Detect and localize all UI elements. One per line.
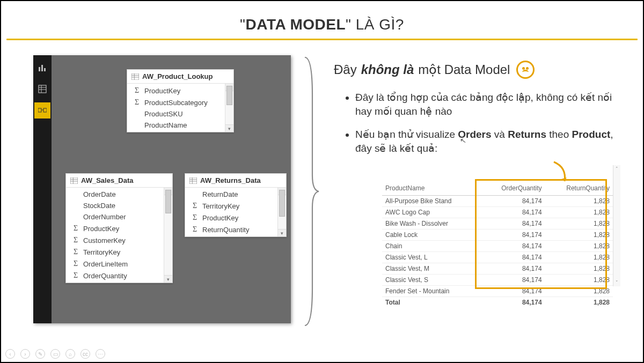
svg-rect-1 xyxy=(41,65,43,71)
table-row: Classic Vest, M84,1741,828 xyxy=(382,263,613,274)
field-row[interactable]: ΣOrderQuantity xyxy=(66,270,164,281)
sad-face-icon xyxy=(516,61,535,79)
svg-rect-0 xyxy=(39,67,40,71)
table-row: Fender Set - Mountain84,1741,828 xyxy=(382,285,613,297)
table-card-product[interactable]: AW_Product_Lookup ΣProductKeyΣProductSub… xyxy=(127,69,234,132)
col-orderqty: OrderQuantity xyxy=(481,181,545,196)
caption-icon[interactable]: cc xyxy=(80,349,90,359)
table-total-row: Total84,1741,828 xyxy=(382,297,613,308)
table-row: All-Purpose Bike Stand84,1741,828 xyxy=(382,195,613,206)
table-name: AW_Sales_Data xyxy=(81,176,134,184)
table-card-returns[interactable]: AW_Returns_Data ReturnDateΣTerritoryKeyΣ… xyxy=(185,173,287,237)
view-switcher xyxy=(33,55,52,323)
svg-rect-3 xyxy=(39,85,46,93)
field-row[interactable]: ΣProductKey xyxy=(185,212,277,224)
headline: Đây không là một Data Model xyxy=(334,61,616,79)
col-productname: ProductName xyxy=(382,181,481,196)
field-row[interactable]: ΣProductSubcategory xyxy=(127,97,225,108)
field-row[interactable]: ΣProductKey xyxy=(127,85,225,97)
field-row[interactable]: ΣReturnQuantity xyxy=(185,224,277,235)
curly-brace xyxy=(302,55,318,323)
field-row[interactable]: ProductName xyxy=(127,120,225,131)
svg-rect-8 xyxy=(43,108,47,112)
table-row: Bike Wash - Dissolver84,1741,828 xyxy=(382,218,613,229)
svg-rect-2 xyxy=(44,68,46,71)
field-row[interactable]: ReturnDate xyxy=(185,189,277,200)
table-row: Classic Vest, L84,1741,828 xyxy=(382,251,613,263)
scrollbar[interactable]: ▴▾ xyxy=(225,84,233,132)
scrollbar[interactable]: ▴▾ xyxy=(164,188,172,283)
prev-icon[interactable]: ‹ xyxy=(5,349,15,359)
field-row[interactable]: ΣTerritoryKey xyxy=(66,246,164,258)
field-row[interactable]: ΣCustomerKey xyxy=(66,234,164,246)
field-row[interactable]: ΣProductKey xyxy=(66,223,164,234)
bullet-list: Đây là tổng hợp của các bảng độc lập, kh… xyxy=(334,91,616,155)
svg-rect-18 xyxy=(189,177,197,184)
table-header[interactable]: AW_Sales_Data xyxy=(66,174,172,188)
table-row: Chain84,1741,828 xyxy=(382,240,613,251)
table-card-sales[interactable]: AW_Sales_Data OrderDateStockDateOrderNum… xyxy=(65,173,173,283)
table-scrollbar[interactable]: ˄˅ xyxy=(613,165,620,286)
field-row[interactable]: OrderDate xyxy=(66,189,164,200)
pen-icon[interactable]: ✎ xyxy=(35,349,45,359)
data-view-icon[interactable] xyxy=(34,81,50,97)
table-header[interactable]: AW_Returns_Data xyxy=(185,174,286,188)
col-returnqty: ReturnQuantity xyxy=(545,181,613,196)
table-row: Classic Vest, S84,1741,828 xyxy=(382,274,613,285)
more-icon[interactable]: ⋯ xyxy=(96,349,105,359)
scrollbar[interactable]: ▴▾ xyxy=(277,188,286,236)
table-name: AW_Returns_Data xyxy=(200,176,261,184)
field-row[interactable]: ΣTerritoryKey xyxy=(185,200,277,212)
model-view-icon[interactable] xyxy=(34,102,50,118)
model-canvas[interactable]: AW_Product_Lookup ΣProductKeyΣProductSub… xyxy=(52,55,291,323)
zoom-icon[interactable]: ⌕ xyxy=(65,349,75,359)
field-row[interactable]: OrderNumber xyxy=(66,211,164,223)
table-row: Cable Lock84,1741,828 xyxy=(382,229,613,240)
page-title: "DATA MODEL" LÀ GÌ? xyxy=(1,1,643,39)
result-table: ProductName OrderQuantity ReturnQuantity… xyxy=(382,181,613,308)
bullet-2: Nếu bạn thử visualize Orders và Returns … xyxy=(355,128,616,155)
next-icon[interactable]: › xyxy=(20,349,30,359)
table-name: AW_Product_Lookup xyxy=(142,72,213,80)
cursor-icon: ↖ xyxy=(459,136,467,145)
model-view-screenshot: AW_Product_Lookup ΣProductKeyΣProductSub… xyxy=(33,55,291,323)
svg-rect-14 xyxy=(70,177,78,184)
slides-icon[interactable]: ▭ xyxy=(50,349,60,359)
report-view-icon[interactable] xyxy=(34,60,50,76)
svg-rect-10 xyxy=(131,73,139,80)
field-row[interactable]: StockDate xyxy=(66,200,164,211)
title-underline xyxy=(6,39,638,40)
bullet-1: Đây là tổng hợp của các bảng độc lập, kh… xyxy=(355,91,616,118)
table-header[interactable]: AW_Product_Lookup xyxy=(127,70,233,84)
presenter-toolbar: ‹ › ✎ ▭ ⌕ cc ⋯ xyxy=(5,349,105,359)
field-row[interactable]: ProductSKU xyxy=(127,108,225,120)
field-row[interactable]: ΣOrderLineItem xyxy=(66,258,164,270)
table-row: AWC Logo Cap84,1741,828 xyxy=(382,206,613,218)
svg-rect-7 xyxy=(38,108,41,112)
